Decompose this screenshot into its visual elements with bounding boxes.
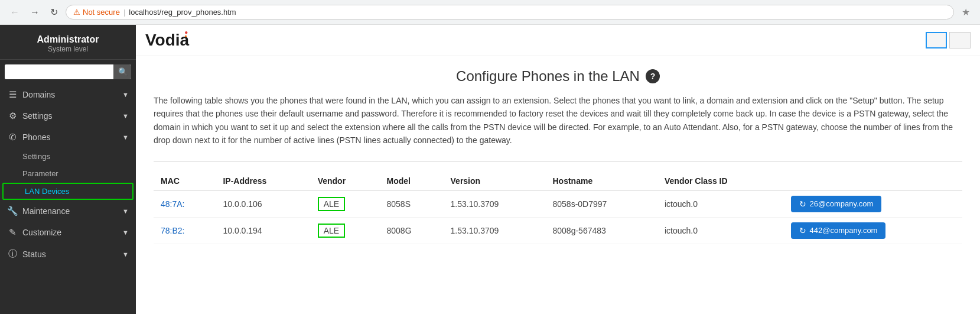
bookmark-button[interactable]: ★ bbox=[959, 5, 973, 19]
phones-label: Phones bbox=[22, 132, 50, 142]
forward-button[interactable]: → bbox=[27, 6, 43, 19]
col-model: Model bbox=[380, 171, 444, 191]
security-warning: ⚠ Not secure bbox=[73, 8, 120, 17]
customize-label: Customize bbox=[22, 228, 61, 237]
customize-arrow: ▼ bbox=[122, 229, 129, 236]
search-button[interactable]: 🔍 bbox=[113, 64, 131, 79]
phones-arrow: ▼ bbox=[122, 134, 129, 141]
cell-hostname: 8058s-0D7997 bbox=[546, 190, 658, 217]
url-bar[interactable]: ⚠ Not secure | localhost/reg_prov_phones… bbox=[66, 5, 954, 20]
phones-icon: ✆ bbox=[7, 132, 18, 143]
cell-model: 8008G bbox=[380, 217, 444, 244]
url-separator: | bbox=[123, 8, 125, 17]
cell-vendor: ALE bbox=[311, 190, 380, 217]
table-header-row: MAC IP-Address Vendor Model Version Host… bbox=[154, 171, 962, 191]
main-content: Vodia ● ● Configure Phones in the L bbox=[136, 25, 980, 314]
list-view-button[interactable] bbox=[949, 32, 971, 48]
status-arrow: ▼ bbox=[122, 251, 129, 258]
sidebar-item-phones[interactable]: ✆ Phones ▼ bbox=[0, 127, 136, 148]
security-warning-text: Not secure bbox=[83, 8, 120, 17]
sidebar-item-domains[interactable]: ☰ Domains ▼ bbox=[0, 84, 136, 105]
reload-button[interactable]: ↻ bbox=[47, 5, 61, 19]
settings-arrow: ▼ bbox=[122, 112, 129, 119]
sidebar-subitem-settings[interactable]: Settings bbox=[0, 148, 136, 165]
cell-hostname: 8008g-567483 bbox=[546, 217, 658, 244]
warning-icon: ⚠ bbox=[73, 8, 80, 17]
settings-sub-label: Settings bbox=[22, 152, 50, 161]
setup-button[interactable]: ↻ 26@company.com bbox=[791, 196, 882, 212]
col-version: Version bbox=[444, 171, 546, 191]
cell-action[interactable]: ↻ 442@company.com bbox=[784, 217, 962, 244]
cell-ip: 10.0.0.106 bbox=[216, 190, 310, 217]
maintenance-icon: 🔧 bbox=[7, 206, 18, 216]
domains-icon: ☰ bbox=[7, 89, 18, 100]
settings-icon: ⚙ bbox=[7, 111, 18, 121]
setup-button[interactable]: ↻ 442@company.com bbox=[791, 222, 886, 239]
back-button[interactable]: ← bbox=[7, 6, 22, 19]
vendor-badge: ALE bbox=[318, 197, 345, 211]
cell-ip: 10.0.0.194 bbox=[216, 217, 310, 244]
sidebar-item-settings[interactable]: ⚙ Settings ▼ bbox=[0, 105, 136, 127]
sidebar-header: Administrator System level bbox=[0, 25, 136, 60]
sidebar-item-maintenance[interactable]: 🔧 Maintenance ▼ bbox=[0, 200, 136, 222]
col-vendor: Vendor bbox=[311, 171, 380, 191]
domains-arrow: ▼ bbox=[122, 91, 129, 98]
sidebar: Administrator System level 🔍 ☰ Domains ▼… bbox=[0, 25, 136, 314]
cell-version: 1.53.10.3709 bbox=[444, 217, 546, 244]
page-title-text: Configure Phones in the LAN bbox=[456, 68, 640, 85]
table-row: 78:B2: 10.0.0.194 ALE 8008G 1.53.10.3709… bbox=[154, 217, 962, 244]
cell-version: 1.53.10.3709 bbox=[444, 190, 546, 217]
setup-btn-label: 26@company.com bbox=[810, 199, 874, 208]
status-label: Status bbox=[22, 250, 46, 259]
status-icon: ⓘ bbox=[7, 248, 18, 260]
maintenance-arrow: ▼ bbox=[122, 208, 129, 215]
vodia-text: Vodia bbox=[145, 31, 189, 50]
refresh-icon: ↻ bbox=[799, 226, 806, 235]
logo-dot-orange: ● bbox=[184, 34, 187, 38]
parameter-label: Parameter bbox=[22, 169, 58, 178]
search-bar[interactable]: 🔍 bbox=[5, 64, 131, 79]
url-text: localhost/reg_prov_phones.htm bbox=[129, 8, 236, 17]
devices-table: MAC IP-Address Vendor Model Version Host… bbox=[154, 171, 962, 244]
cell-model: 8058S bbox=[380, 190, 444, 217]
page-content: Configure Phones in the LAN ? The follow… bbox=[136, 56, 980, 256]
grid-view-button[interactable] bbox=[926, 32, 947, 48]
divider bbox=[154, 161, 962, 162]
page-description: The following table shows you the phones… bbox=[154, 94, 962, 147]
cell-vendor-class-id: ictouch.0 bbox=[657, 190, 784, 217]
grid-icons bbox=[926, 32, 971, 48]
customize-icon: ✎ bbox=[7, 227, 18, 238]
sidebar-item-customize[interactable]: ✎ Customize ▼ bbox=[0, 222, 136, 243]
cell-action[interactable]: ↻ 26@company.com bbox=[784, 190, 962, 217]
settings-label: Settings bbox=[22, 111, 53, 121]
system-level: System level bbox=[7, 45, 129, 53]
refresh-icon: ↻ bbox=[799, 199, 806, 209]
vodia-logo: Vodia ● ● bbox=[145, 31, 195, 50]
col-ip: IP-Address bbox=[216, 171, 310, 191]
browser-chrome: ← → ↻ ⚠ Not secure | localhost/reg_prov_… bbox=[0, 0, 980, 25]
cell-mac[interactable]: 48:7A: bbox=[154, 190, 216, 217]
search-input[interactable] bbox=[5, 64, 113, 79]
cell-mac[interactable]: 78:B2: bbox=[154, 217, 216, 244]
col-mac: MAC bbox=[154, 171, 216, 191]
cell-vendor-class-id: ictouch.0 bbox=[657, 217, 784, 244]
sidebar-subitem-parameter[interactable]: Parameter bbox=[0, 165, 136, 182]
setup-btn-label: 442@company.com bbox=[810, 226, 878, 235]
col-hostname: Hostname bbox=[546, 171, 658, 191]
table-row: 48:7A: 10.0.0.106 ALE 8058S 1.53.10.3709… bbox=[154, 190, 962, 217]
top-bar: Vodia ● ● bbox=[136, 25, 980, 56]
page-title: Configure Phones in the LAN ? bbox=[154, 68, 962, 85]
maintenance-label: Maintenance bbox=[22, 206, 70, 216]
domains-label: Domains bbox=[22, 90, 55, 99]
app-layout: Administrator System level 🔍 ☰ Domains ▼… bbox=[0, 25, 980, 314]
cell-vendor: ALE bbox=[311, 217, 380, 244]
admin-name: Administrator bbox=[7, 34, 129, 45]
sidebar-subitem-lan-devices[interactable]: LAN Devices bbox=[2, 183, 134, 200]
vendor-badge: ALE bbox=[318, 224, 345, 238]
lan-devices-label: LAN Devices bbox=[25, 187, 69, 196]
help-icon[interactable]: ? bbox=[646, 69, 660, 83]
col-vendor-class: Vendor Class ID bbox=[657, 171, 784, 191]
sidebar-item-status[interactable]: ⓘ Status ▼ bbox=[0, 243, 136, 265]
col-action bbox=[784, 171, 962, 191]
